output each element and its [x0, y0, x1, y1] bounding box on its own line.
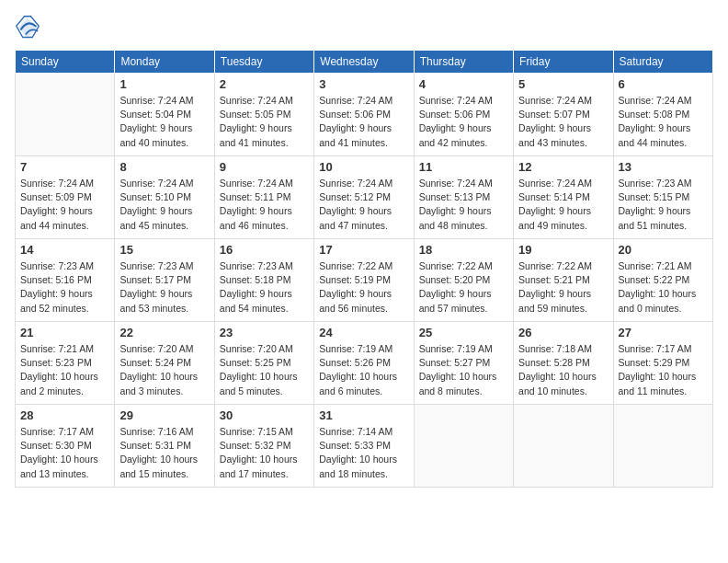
calendar-day-cell: 13Sunrise: 7:23 AMSunset: 5:15 PMDayligh…	[613, 156, 712, 239]
calendar-day-cell	[414, 405, 513, 488]
day-number: 20	[619, 243, 708, 257]
calendar-day-cell	[514, 405, 613, 488]
day-info: Sunrise: 7:24 AMSunset: 5:07 PMDaylight:…	[518, 94, 608, 150]
calendar-week-row: 28Sunrise: 7:17 AMSunset: 5:30 PMDayligh…	[16, 405, 713, 488]
day-number: 6	[619, 77, 708, 91]
day-info: Sunrise: 7:19 AMSunset: 5:26 PMDaylight:…	[319, 342, 408, 398]
calendar-day-cell: 1Sunrise: 7:24 AMSunset: 5:04 PMDaylight…	[115, 74, 214, 156]
calendar-day-cell	[613, 405, 712, 488]
day-number: 9	[220, 160, 309, 174]
day-info: Sunrise: 7:20 AMSunset: 5:24 PMDaylight:…	[119, 342, 209, 398]
day-info: Sunrise: 7:24 AMSunset: 5:05 PMDaylight:…	[220, 94, 309, 150]
calendar-day-cell: 3Sunrise: 7:24 AMSunset: 5:06 PMDaylight…	[314, 74, 414, 156]
calendar-weekday-header: Friday	[514, 51, 613, 74]
day-info: Sunrise: 7:19 AMSunset: 5:27 PMDaylight:…	[419, 342, 508, 398]
day-number: 13	[619, 160, 708, 174]
calendar-week-row: 7Sunrise: 7:24 AMSunset: 5:09 PMDaylight…	[16, 156, 713, 239]
day-info: Sunrise: 7:22 AMSunset: 5:19 PMDaylight:…	[319, 259, 408, 316]
calendar-day-cell: 29Sunrise: 7:16 AMSunset: 5:31 PMDayligh…	[115, 405, 214, 488]
day-number: 3	[319, 77, 408, 91]
calendar-weekday-header: Tuesday	[214, 51, 313, 74]
day-info: Sunrise: 7:15 AMSunset: 5:32 PMDaylight:…	[220, 425, 309, 481]
day-info: Sunrise: 7:23 AMSunset: 5:18 PMDaylight:…	[220, 259, 309, 316]
day-number: 24	[319, 326, 408, 339]
calendar-day-cell: 2Sunrise: 7:24 AMSunset: 5:05 PMDaylight…	[214, 74, 313, 156]
day-number: 5	[518, 77, 608, 91]
calendar-day-cell: 23Sunrise: 7:20 AMSunset: 5:25 PMDayligh…	[214, 322, 313, 405]
calendar-day-cell: 10Sunrise: 7:24 AMSunset: 5:12 PMDayligh…	[314, 156, 414, 239]
day-number: 30	[220, 408, 309, 422]
day-info: Sunrise: 7:23 AMSunset: 5:15 PMDaylight:…	[619, 177, 708, 233]
calendar-day-cell: 25Sunrise: 7:19 AMSunset: 5:27 PMDayligh…	[414, 322, 513, 405]
day-info: Sunrise: 7:24 AMSunset: 5:12 PMDaylight:…	[319, 177, 408, 233]
calendar-day-cell: 7Sunrise: 7:24 AMSunset: 5:09 PMDaylight…	[16, 156, 115, 239]
day-info: Sunrise: 7:18 AMSunset: 5:28 PMDaylight:…	[518, 342, 608, 398]
calendar-day-cell: 5Sunrise: 7:24 AMSunset: 5:07 PMDaylight…	[514, 74, 613, 156]
day-info: Sunrise: 7:21 AMSunset: 5:22 PMDaylight:…	[619, 259, 708, 316]
calendar-table: SundayMondayTuesdayWednesdayThursdayFrid…	[15, 50, 713, 488]
day-info: Sunrise: 7:17 AMSunset: 5:30 PMDaylight:…	[20, 425, 109, 481]
day-number: 22	[119, 326, 209, 339]
calendar-weekday-header: Wednesday	[314, 51, 414, 74]
day-info: Sunrise: 7:14 AMSunset: 5:33 PMDaylight:…	[319, 425, 408, 481]
day-info: Sunrise: 7:24 AMSunset: 5:13 PMDaylight:…	[419, 177, 508, 233]
day-info: Sunrise: 7:24 AMSunset: 5:09 PMDaylight:…	[20, 177, 109, 233]
calendar-weekday-header: Thursday	[414, 51, 513, 74]
calendar-day-cell: 21Sunrise: 7:21 AMSunset: 5:23 PMDayligh…	[16, 322, 115, 405]
page-header	[15, 15, 713, 40]
calendar-day-cell: 12Sunrise: 7:24 AMSunset: 5:14 PMDayligh…	[514, 156, 613, 239]
day-number: 31	[319, 408, 408, 422]
calendar-day-cell: 9Sunrise: 7:24 AMSunset: 5:11 PMDaylight…	[214, 156, 313, 239]
day-number: 10	[319, 160, 408, 174]
calendar-week-row: 21Sunrise: 7:21 AMSunset: 5:23 PMDayligh…	[16, 322, 713, 405]
day-number: 19	[518, 243, 608, 257]
day-number: 28	[20, 408, 109, 422]
day-number: 18	[419, 243, 508, 257]
calendar-day-cell: 16Sunrise: 7:23 AMSunset: 5:18 PMDayligh…	[214, 239, 313, 322]
day-info: Sunrise: 7:24 AMSunset: 5:11 PMDaylight:…	[220, 177, 309, 233]
calendar-day-cell: 19Sunrise: 7:22 AMSunset: 5:21 PMDayligh…	[514, 239, 613, 322]
day-number: 11	[419, 160, 508, 174]
calendar-day-cell: 4Sunrise: 7:24 AMSunset: 5:06 PMDaylight…	[414, 74, 513, 156]
calendar-day-cell: 22Sunrise: 7:20 AMSunset: 5:24 PMDayligh…	[115, 322, 214, 405]
day-info: Sunrise: 7:24 AMSunset: 5:06 PMDaylight:…	[419, 94, 508, 150]
calendar-day-cell: 15Sunrise: 7:23 AMSunset: 5:17 PMDayligh…	[115, 239, 214, 322]
logo	[15, 15, 44, 40]
calendar-day-cell: 24Sunrise: 7:19 AMSunset: 5:26 PMDayligh…	[314, 322, 414, 405]
calendar-weekday-header: Sunday	[16, 51, 115, 74]
day-info: Sunrise: 7:24 AMSunset: 5:06 PMDaylight:…	[319, 94, 408, 150]
day-info: Sunrise: 7:22 AMSunset: 5:21 PMDaylight:…	[518, 259, 608, 316]
calendar-day-cell: 17Sunrise: 7:22 AMSunset: 5:19 PMDayligh…	[314, 239, 414, 322]
day-number: 29	[119, 408, 209, 422]
calendar-week-row: 14Sunrise: 7:23 AMSunset: 5:16 PMDayligh…	[16, 239, 713, 322]
calendar-day-cell: 14Sunrise: 7:23 AMSunset: 5:16 PMDayligh…	[16, 239, 115, 322]
calendar-day-cell: 26Sunrise: 7:18 AMSunset: 5:28 PMDayligh…	[514, 322, 613, 405]
calendar-day-cell: 30Sunrise: 7:15 AMSunset: 5:32 PMDayligh…	[214, 405, 313, 488]
calendar-day-cell: 20Sunrise: 7:21 AMSunset: 5:22 PMDayligh…	[613, 239, 712, 322]
day-number: 25	[419, 326, 508, 339]
day-number: 1	[119, 77, 209, 91]
calendar-day-cell: 31Sunrise: 7:14 AMSunset: 5:33 PMDayligh…	[314, 405, 414, 488]
day-number: 8	[119, 160, 209, 174]
day-number: 26	[518, 326, 608, 339]
calendar-day-cell: 28Sunrise: 7:17 AMSunset: 5:30 PMDayligh…	[16, 405, 115, 488]
calendar-day-cell	[16, 74, 115, 156]
day-info: Sunrise: 7:24 AMSunset: 5:10 PMDaylight:…	[119, 177, 209, 233]
calendar-day-cell: 27Sunrise: 7:17 AMSunset: 5:29 PMDayligh…	[613, 322, 712, 405]
day-number: 14	[20, 243, 109, 257]
day-number: 4	[419, 77, 508, 91]
day-number: 27	[619, 326, 708, 339]
day-info: Sunrise: 7:24 AMSunset: 5:04 PMDaylight:…	[119, 94, 209, 150]
day-info: Sunrise: 7:21 AMSunset: 5:23 PMDaylight:…	[20, 342, 109, 398]
day-info: Sunrise: 7:20 AMSunset: 5:25 PMDaylight:…	[220, 342, 309, 398]
day-number: 16	[220, 243, 309, 257]
day-info: Sunrise: 7:24 AMSunset: 5:08 PMDaylight:…	[619, 94, 708, 150]
calendar-day-cell: 6Sunrise: 7:24 AMSunset: 5:08 PMDaylight…	[613, 74, 712, 156]
calendar-weekday-header: Monday	[115, 51, 214, 74]
calendar-weekday-header: Saturday	[613, 51, 712, 74]
day-info: Sunrise: 7:17 AMSunset: 5:29 PMDaylight:…	[619, 342, 708, 398]
day-info: Sunrise: 7:23 AMSunset: 5:16 PMDaylight:…	[20, 259, 109, 316]
day-info: Sunrise: 7:23 AMSunset: 5:17 PMDaylight:…	[119, 259, 209, 316]
day-number: 15	[119, 243, 209, 257]
calendar-week-row: 1Sunrise: 7:24 AMSunset: 5:04 PMDaylight…	[16, 74, 713, 156]
